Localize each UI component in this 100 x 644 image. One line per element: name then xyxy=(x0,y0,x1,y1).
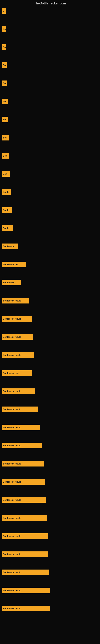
bar-item: Bottle xyxy=(2,207,12,213)
bar-row: Bottleneck r xyxy=(2,280,100,285)
bar-row: Bottle xyxy=(2,189,100,195)
bar-label: Bott xyxy=(3,154,7,157)
bar-item: Bottleneck xyxy=(2,244,18,249)
bar-label: Bot xyxy=(3,82,6,84)
bar-row: Bottleneck result xyxy=(2,388,100,394)
bar-label: Bottle xyxy=(3,191,9,193)
bar-row: Bottleneck result xyxy=(2,425,100,430)
bar-label: Bott xyxy=(3,100,7,103)
bar-label: Bottleneck result xyxy=(3,517,21,519)
bar-label: Bottleneck result xyxy=(3,499,21,501)
bar-label: Bottleneck result xyxy=(3,354,21,356)
bar-label: Bottleneck result xyxy=(3,571,21,574)
bar-item: Bottleneck result xyxy=(2,479,45,484)
bar-label: Bottleneck result xyxy=(3,336,21,338)
bar-row: Bottleneck result xyxy=(2,497,100,503)
bar-row: Bott xyxy=(2,98,100,104)
bar-row: Bottleneck result xyxy=(2,515,100,521)
bar-item: Bottleneck resu xyxy=(2,262,26,267)
bar-row: Bott xyxy=(2,153,100,158)
bar-item: Bottleneck result xyxy=(2,425,40,430)
bar-label: Bottleneck result xyxy=(3,318,21,320)
bar-label: Bot xyxy=(3,64,6,66)
bar-item: Bo xyxy=(2,44,6,50)
bar-row: Bottleneck result xyxy=(2,352,100,358)
bar-label: Bott xyxy=(3,173,7,175)
bar-label: Bottleneck result xyxy=(3,390,21,392)
bar-item: Bott xyxy=(2,135,9,140)
bar-item: Bottleneck result xyxy=(2,352,34,358)
bar-row: Bo xyxy=(2,26,100,32)
bar-row: Bott xyxy=(2,171,100,177)
bar-item: Bottleneck resu xyxy=(2,370,32,376)
bar-label: Bottleneck resu xyxy=(3,263,19,266)
bar-row: Bot xyxy=(2,62,100,68)
bar-row: Bot xyxy=(2,117,100,122)
bar-label: Bottle xyxy=(3,209,9,211)
bar-item: Bo xyxy=(2,26,6,32)
bar-row: Bottleneck result xyxy=(2,461,100,466)
bar-label: Bottleneck result xyxy=(3,408,21,410)
bar-item: Bottleneck result xyxy=(2,533,48,539)
bar-row: B xyxy=(2,8,100,14)
bar-label: Bottleneck result xyxy=(3,607,21,610)
bar-row: Bottleneck result xyxy=(2,552,100,557)
site-title: TheBottlenecker.com xyxy=(0,0,100,6)
bar-label: Bo xyxy=(3,28,6,30)
bar-label: Bottleneck result xyxy=(3,300,21,302)
bar-row: Bottleneck result xyxy=(2,298,100,304)
bar-item: Bottleneck result xyxy=(2,497,46,503)
bar-row: Bottleneck result xyxy=(2,479,100,484)
bar-item: Bot xyxy=(2,80,7,86)
bars-container: BBoBoBotBotBottBotBottBottBottBottleBott… xyxy=(0,6,100,624)
bar-label: Bot xyxy=(3,118,6,121)
bar-row: Bottleneck result xyxy=(2,334,100,340)
bar-row: Bottle xyxy=(2,226,100,231)
bar-item: Bottle xyxy=(2,189,11,195)
bar-item: Bottleneck result xyxy=(2,570,49,575)
bar-row: Bottleneck result xyxy=(2,533,100,539)
bar-row: Bottleneck result xyxy=(2,570,100,575)
bar-row: Bottleneck result xyxy=(2,406,100,412)
bar-row: Bottleneck result xyxy=(2,606,100,612)
bar-item: Bottleneck result xyxy=(2,443,42,448)
bar-row: Bot xyxy=(2,80,100,86)
bar-row: Bottleneck result xyxy=(2,316,100,322)
bar-item: Bottleneck result xyxy=(2,298,29,304)
bar-item: Bott xyxy=(2,171,10,177)
bar-item: Bottleneck result xyxy=(2,588,50,593)
bar-item: Bottle xyxy=(2,226,13,231)
bar-label: Bottleneck result xyxy=(3,462,21,465)
bar-row: Bottleneck xyxy=(2,244,100,249)
bar-row: Bott xyxy=(2,135,100,140)
bar-label: Bottle xyxy=(3,227,9,230)
bar-item: Bottleneck result xyxy=(2,388,35,394)
bar-label: Bottleneck result xyxy=(3,535,21,537)
bar-row: Bottleneck resu xyxy=(2,262,100,267)
bar-label: Bo xyxy=(3,46,6,48)
bar-item: Bott xyxy=(2,98,8,104)
bar-label: Bottleneck result xyxy=(3,589,21,592)
bar-item: Bottleneck result xyxy=(2,406,38,412)
bar-item: Bottleneck result xyxy=(2,316,32,322)
bar-item: Bottleneck r xyxy=(2,280,21,285)
bar-label: Bottleneck resu xyxy=(3,372,19,374)
bar-item: Bot xyxy=(2,62,7,68)
bar-item: Bot xyxy=(2,117,8,122)
bar-item: Bottleneck result xyxy=(2,606,50,612)
bar-label: Bott xyxy=(3,136,7,139)
bar-label: Bottleneck result xyxy=(3,480,21,483)
bar-row: Bottle xyxy=(2,207,100,213)
bar-item: Bott xyxy=(2,153,9,158)
bar-row: Bottleneck resu xyxy=(2,370,100,376)
bar-row: Bottleneck result xyxy=(2,443,100,448)
bar-label: Bottleneck xyxy=(3,245,14,248)
bar-item: Bottleneck result xyxy=(2,552,49,557)
bar-item: Bottleneck result xyxy=(2,334,33,340)
bar-item: Bottleneck result xyxy=(2,461,44,466)
bar-label: Bottleneck r xyxy=(3,281,16,284)
bar-row: Bo xyxy=(2,44,100,50)
bar-label: Bottleneck result xyxy=(3,553,21,556)
bar-item: B xyxy=(2,8,6,14)
bar-item: Bottleneck result xyxy=(2,515,47,521)
